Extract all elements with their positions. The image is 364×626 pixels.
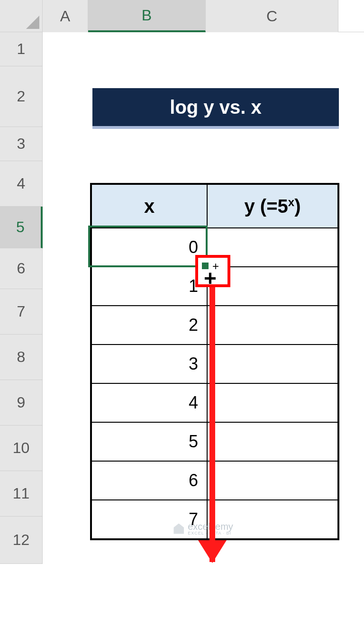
- table-cell-y[interactable]: [207, 345, 338, 383]
- table-cell-x[interactable]: 4: [91, 383, 207, 422]
- table-cell-x[interactable]: 5: [91, 422, 207, 461]
- col-header-B[interactable]: B: [88, 0, 206, 32]
- table-cell-y[interactable]: [207, 306, 338, 345]
- table-cell-y[interactable]: [207, 461, 338, 500]
- row-header-6[interactable]: 6: [0, 248, 43, 289]
- table-cell-x[interactable]: 0: [91, 228, 207, 267]
- table-cell-x[interactable]: 1: [91, 267, 207, 306]
- row-header-4[interactable]: 4: [0, 161, 43, 207]
- table-cell-y[interactable]: [207, 383, 338, 422]
- table-cell-x[interactable]: 2: [91, 306, 207, 345]
- row-header-10[interactable]: 10: [0, 426, 43, 471]
- sheet-cells-area[interactable]: log y vs. x x y (=5x) 01234567 + +: [43, 32, 364, 564]
- table-cell-y[interactable]: [207, 422, 338, 461]
- table-header-x: x: [91, 184, 207, 228]
- row-header-3[interactable]: 3: [0, 127, 43, 161]
- row-header-12[interactable]: 12: [0, 517, 43, 564]
- row-header-1[interactable]: 1: [0, 32, 43, 66]
- chart-title-banner: log y vs. x: [92, 88, 339, 126]
- watermark: exceldemy EXCEL · DATA · BI: [173, 522, 233, 535]
- y-prefix: y (=5: [245, 196, 288, 217]
- row-header-11[interactable]: 11: [0, 471, 43, 517]
- row-header-2[interactable]: 2: [0, 66, 43, 127]
- fill-handle-highlight: + +: [195, 255, 230, 287]
- row-header-8[interactable]: 8: [0, 335, 43, 380]
- cursor-plus-icon: +: [204, 267, 217, 289]
- row-header-7[interactable]: 7: [0, 289, 43, 335]
- col-header-A[interactable]: A: [43, 0, 88, 32]
- table-cell-x[interactable]: 3: [91, 345, 207, 383]
- col-header-C[interactable]: C: [206, 0, 338, 32]
- fill-handle-cursor-icon[interactable]: + +: [198, 258, 228, 284]
- table-cell-x[interactable]: 6: [91, 461, 207, 500]
- table-header-y: y (=5x): [207, 184, 338, 228]
- y-suffix: ): [294, 196, 300, 217]
- autofill-drag-arrow-icon: [209, 287, 215, 562]
- row-header-9[interactable]: 9: [0, 380, 43, 426]
- select-all-corner[interactable]: [0, 0, 43, 32]
- row-header-5[interactable]: 5: [0, 207, 43, 248]
- y-superscript: x: [288, 196, 294, 209]
- watermark-logo-icon: [173, 524, 184, 534]
